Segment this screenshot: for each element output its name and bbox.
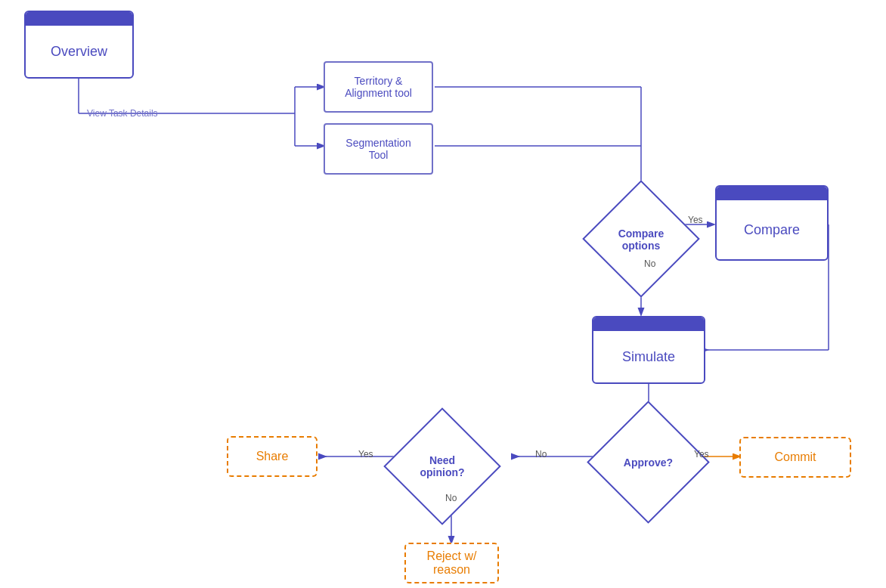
overview-label: Overview <box>26 26 132 77</box>
need-opinion-no-label: No <box>445 493 457 503</box>
view-task-details-label: View Task Details <box>87 108 158 119</box>
approve-no-label: No <box>535 449 547 460</box>
reject-box: Reject w/ reason <box>404 543 499 583</box>
simulate-box: Simulate <box>592 316 705 384</box>
simulate-header <box>593 317 704 331</box>
approve-yes-label: Yes <box>694 449 709 460</box>
commit-box: Commit <box>739 437 851 478</box>
territory-tool-box: Territory & Alignment tool <box>324 61 433 113</box>
compare-label: Compare <box>717 200 827 259</box>
compare-options-no-label: No <box>644 258 655 269</box>
simulate-label: Simulate <box>593 331 704 382</box>
overview-header <box>26 12 132 26</box>
need-opinion-yes-label: Yes <box>358 449 373 460</box>
segmentation-tool-box: Segmentation Tool <box>324 123 433 175</box>
compare-options-yes-label: Yes <box>688 215 703 225</box>
compare-box: Compare <box>715 185 829 261</box>
compare-header <box>717 187 827 200</box>
share-box: Share <box>227 436 318 477</box>
overview-box: Overview <box>24 11 134 79</box>
